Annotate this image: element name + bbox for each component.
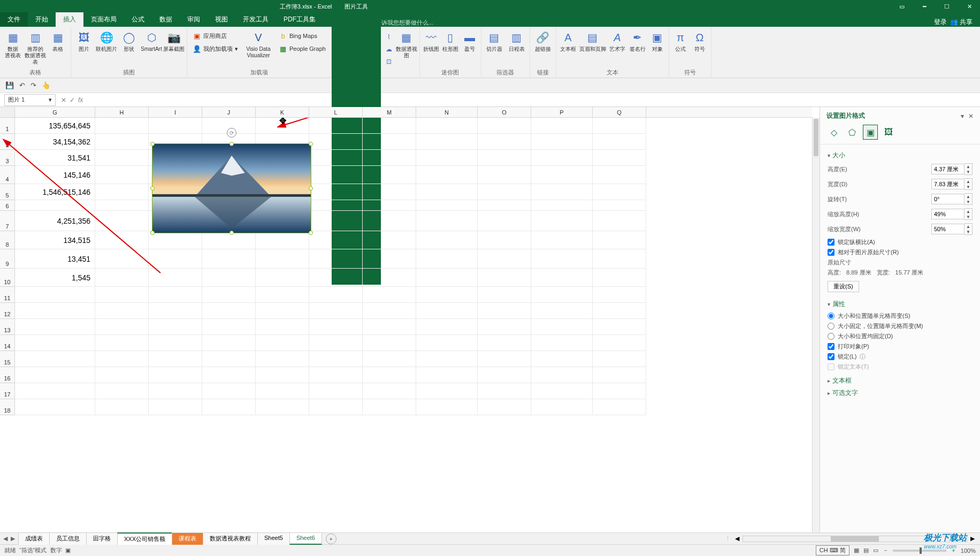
cell[interactable]	[202, 303, 256, 319]
minimize-icon[interactable]: ━	[914, 0, 935, 13]
vertical-scrollbar[interactable]	[812, 118, 820, 532]
chevron-down-icon[interactable]: ▾	[49, 96, 52, 103]
cell[interactable]	[309, 134, 363, 150]
cell[interactable]	[95, 184, 149, 200]
cell[interactable]	[416, 367, 478, 383]
share-button[interactable]: 👥 共享	[950, 18, 973, 27]
cell[interactable]	[531, 303, 593, 319]
column-header[interactable]: P	[531, 107, 593, 117]
cell[interactable]	[593, 287, 646, 303]
cell[interactable]	[309, 399, 363, 415]
sheet-tab[interactable]: Sheet5	[257, 532, 290, 545]
cell[interactable]	[95, 166, 149, 184]
cell[interactable]	[309, 319, 363, 335]
cell[interactable]	[309, 118, 363, 134]
cell[interactable]	[149, 319, 202, 335]
timeline-button[interactable]: ▥日程表	[506, 28, 527, 66]
table-button[interactable]: ▦表格	[47, 28, 68, 66]
cell[interactable]	[95, 303, 149, 319]
cell[interactable]	[478, 319, 531, 335]
tab-home[interactable]: 开始	[28, 12, 56, 27]
cell[interactable]	[256, 383, 309, 399]
cell[interactable]	[95, 231, 149, 249]
slicer-button[interactable]: ▤切片器	[484, 28, 505, 66]
cell[interactable]	[478, 303, 531, 319]
cell[interactable]	[363, 134, 416, 150]
row-header[interactable]: 14	[0, 335, 14, 351]
cell[interactable]	[202, 249, 256, 269]
smartart-button[interactable]: ⬡SmartArt	[141, 28, 162, 66]
cell[interactable]	[531, 399, 593, 415]
tab-developer[interactable]: 开发工具	[235, 12, 276, 27]
cell[interactable]	[531, 211, 593, 231]
cell[interactable]	[363, 383, 416, 399]
ribbon-display-options-icon[interactable]: ▭	[891, 0, 913, 13]
row-header[interactable]: 9	[0, 249, 14, 269]
cell[interactable]	[478, 166, 531, 184]
lock-aspect-checkbox[interactable]: 锁定纵横比(A)	[828, 238, 973, 246]
cell[interactable]	[202, 231, 256, 249]
column-header[interactable]: L	[309, 107, 363, 117]
cell[interactable]	[531, 184, 593, 200]
pivottable-button[interactable]: ▦数据 透视表	[2, 28, 24, 66]
cell[interactable]	[15, 335, 95, 351]
cell[interactable]	[95, 367, 149, 383]
cell[interactable]: 135,654,645	[15, 118, 95, 134]
worksheet-grid[interactable]: GHIJKLMNOPQ 123456789101112131415161718 …	[0, 107, 820, 532]
tab-insert[interactable]: 插入	[56, 12, 83, 27]
textbox-button[interactable]: A文本框	[558, 28, 578, 66]
sheet-tab[interactable]: 课程表	[172, 532, 203, 545]
row-header[interactable]: 6	[0, 200, 14, 211]
cell[interactable]	[363, 269, 416, 287]
resize-handle[interactable]	[150, 142, 155, 146]
sparkline-column-button[interactable]: ▯柱形图	[441, 28, 460, 66]
cell[interactable]	[363, 335, 416, 351]
resize-handle[interactable]	[309, 186, 313, 191]
cell[interactable]	[363, 231, 416, 249]
section-textbox[interactable]: 文本框	[828, 376, 973, 385]
cell[interactable]	[363, 351, 416, 367]
cell[interactable]	[202, 399, 256, 415]
cell[interactable]	[593, 166, 646, 184]
cell[interactable]	[15, 383, 95, 399]
cell[interactable]	[416, 399, 478, 415]
cell[interactable]: 134,515	[15, 231, 95, 249]
effects-tab-icon[interactable]: ⬠	[845, 125, 860, 140]
cell[interactable]	[256, 231, 309, 249]
sparkline-line-button[interactable]: 〰折线图	[422, 28, 440, 66]
cell[interactable]	[363, 303, 416, 319]
cell[interactable]	[363, 319, 416, 335]
move-size-radio[interactable]: 大小和位置随单元格而变(S)	[828, 312, 973, 320]
relative-original-checkbox[interactable]: 相对于图片原始尺寸(R)	[828, 248, 973, 256]
sheet-tab[interactable]: 成绩表	[18, 532, 50, 545]
cell[interactable]	[593, 269, 646, 287]
cell[interactable]	[416, 200, 478, 211]
cell[interactable]	[15, 303, 95, 319]
tab-data[interactable]: 数据	[152, 12, 180, 27]
resize-handle[interactable]	[309, 142, 313, 146]
sheet-tab[interactable]: 田字格	[86, 532, 118, 545]
column-header[interactable]: I	[149, 107, 202, 117]
shapes-button[interactable]: ◯形状	[118, 28, 140, 66]
cell[interactable]	[309, 351, 363, 367]
cell[interactable]	[593, 249, 646, 269]
sheet-tab[interactable]: Sheet6	[289, 532, 322, 545]
cell[interactable]	[478, 211, 531, 231]
cell[interactable]	[593, 211, 646, 231]
visio-button[interactable]: VVisio Data Visualizer	[242, 28, 274, 66]
ime-indicator[interactable]: CH ⌨ 简	[816, 545, 849, 555]
cell[interactable]	[416, 383, 478, 399]
cell[interactable]	[15, 367, 95, 383]
formula-input[interactable]	[91, 94, 980, 106]
wordart-button[interactable]: A艺术字	[608, 28, 627, 66]
recommended-pivot-button[interactable]: ▥推荐的 数据透视表	[25, 28, 46, 66]
cell[interactable]	[531, 249, 593, 269]
record-macro-icon[interactable]: ▣	[65, 547, 71, 554]
column-header[interactable]: J	[202, 107, 256, 117]
hscroll-right-icon[interactable]: ▶	[970, 535, 975, 542]
cell[interactable]	[478, 367, 531, 383]
cell[interactable]	[478, 351, 531, 367]
cell[interactable]	[478, 200, 531, 211]
height-spinner[interactable]: ▲▼	[931, 163, 973, 175]
close-icon[interactable]: ✕	[959, 0, 980, 13]
